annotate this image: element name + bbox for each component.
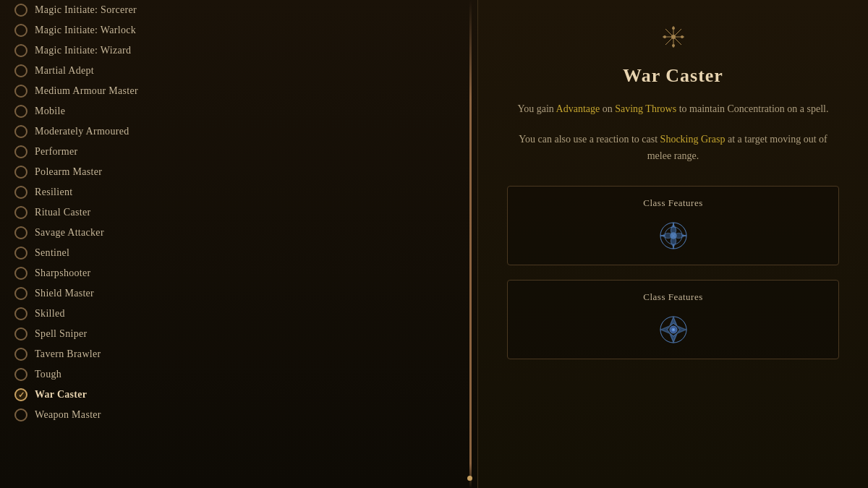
desc1-saving: Saving Throws [615,103,676,114]
feat-item-sharpshooter[interactable]: Sharpshooter [14,263,456,283]
class-feature-icon-2 [655,312,692,348]
feat-detail-panel: War Caster You gain Advantage on Saving … [477,0,868,488]
feat-item-magic-initiate-sorcerer[interactable]: Magic Initiate: Sorcerer [14,0,456,20]
svg-point-8 [681,35,684,38]
feat-radio-magic-initiate-warlock [14,24,27,37]
feat-list-panel: Magic Initiate: SorcererMagic Initiate: … [0,0,477,488]
class-feature-box-1[interactable]: Class Features [507,186,839,265]
class-feature-label-2: Class Features [643,291,702,303]
feat-radio-sentinel [14,247,27,260]
feat-item-resilient[interactable]: Resilient [14,182,456,202]
feat-radio-spell-sniper [14,328,27,341]
feat-name-magic-initiate-warlock: Magic Initiate: Warlock [35,25,136,36]
feat-item-martial-adept[interactable]: Martial Adept [14,61,456,81]
feat-name-resilient: Resilient [35,187,72,198]
feat-radio-polearm-master [14,166,27,179]
feat-list: Magic Initiate: SorcererMagic Initiate: … [0,0,477,425]
feat-item-mobile[interactable]: Mobile [14,101,456,121]
feat-item-polearm-master[interactable]: Polearm Master [14,162,456,182]
feat-item-tavern-brawler[interactable]: Tavern Brawler [14,344,456,364]
svg-point-11 [671,233,676,239]
feat-radio-tavern-brawler [14,348,27,361]
scrollbar-thumb[interactable] [467,476,472,481]
svg-point-6 [672,44,675,47]
feat-radio-tough [14,368,27,381]
feat-radio-resilient [14,186,27,199]
feat-radio-martial-adept [14,64,27,77]
svg-point-4 [671,35,676,39]
feat-radio-magic-initiate-sorcerer [14,4,27,17]
feat-item-war-caster[interactable]: War Caster [14,385,456,405]
feat-name-performer: Performer [35,146,77,158]
feat-name-ritual-caster: Ritual Caster [35,207,90,218]
desc1-mid: on [600,103,615,114]
desc1-before: You gain [518,103,556,114]
feat-name-martial-adept: Martial Adept [35,65,94,77]
feat-radio-ritual-caster [14,206,27,219]
class-feature-box-2[interactable]: Class Features [507,280,839,359]
feat-radio-medium-armour-master [14,85,27,98]
feat-name-sharpshooter: Sharpshooter [35,267,90,279]
feat-radio-moderately-armoured [14,125,27,138]
feat-name-shield-master: Shield Master [35,288,94,299]
feat-name-spell-sniper: Spell Sniper [35,328,87,340]
feat-name-skilled: Skilled [35,308,65,320]
detail-title: War Caster [623,65,723,87]
feat-name-polearm-master: Polearm Master [35,166,102,178]
class-feature-icon-1 [655,218,692,254]
desc1-after: to maintain Concentration on a spell. [676,103,828,114]
svg-point-5 [672,27,675,30]
desc2-before: You can also use a reaction to cast [519,134,660,145]
feat-name-savage-attacker: Savage Attacker [35,227,104,239]
feat-item-spell-sniper[interactable]: Spell Sniper [14,324,456,344]
feat-name-mobile: Mobile [35,106,65,117]
feat-item-savage-attacker[interactable]: Savage Attacker [14,223,456,243]
feat-radio-weapon-master [14,408,27,421]
detail-description-1: You gain Advantage on Saving Throws to m… [518,101,829,117]
feat-name-medium-armour-master: Medium Armour Master [35,85,138,97]
feat-name-magic-initiate-sorcerer: Magic Initiate: Sorcerer [35,4,137,16]
feat-name-magic-initiate-wizard: Magic Initiate: Wizard [35,45,131,56]
feat-item-weapon-master[interactable]: Weapon Master [14,405,456,425]
desc2-spell: Shocking Grasp [660,134,726,145]
feat-radio-mobile [14,105,27,118]
feat-item-shield-master[interactable]: Shield Master [14,283,456,304]
feat-item-sentinel[interactable]: Sentinel [14,243,456,263]
feat-radio-savage-attacker [14,226,27,239]
feat-item-skilled[interactable]: Skilled [14,304,456,324]
feat-item-magic-initiate-warlock[interactable]: Magic Initiate: Warlock [14,20,456,40]
feat-item-magic-initiate-wizard[interactable]: Magic Initiate: Wizard [14,40,456,61]
feat-name-sentinel: Sentinel [35,247,69,259]
feat-name-weapon-master: Weapon Master [35,409,101,421]
feat-radio-sharpshooter [14,267,27,280]
class-feature-label-1: Class Features [643,197,702,209]
feat-name-tough: Tough [35,369,61,380]
desc1-advantage: Advantage [556,103,600,114]
feat-item-performer[interactable]: Performer [14,142,456,162]
detail-description-2: You can also use a reaction to cast Shoc… [507,132,839,164]
feat-item-moderately-armoured[interactable]: Moderately Armoured [14,121,456,142]
feat-radio-magic-initiate-wizard [14,44,27,57]
feat-name-tavern-brawler: Tavern Brawler [35,348,101,360]
svg-point-18 [672,328,675,331]
feat-name-moderately-armoured: Moderately Armoured [35,126,129,137]
detail-deco-icon [655,22,692,58]
feat-radio-skilled [14,307,27,320]
feat-radio-war-caster [14,388,27,401]
scrollbar-track[interactable] [469,0,472,488]
feat-radio-performer [14,145,27,158]
feat-item-ritual-caster[interactable]: Ritual Caster [14,202,456,223]
feat-name-war-caster: War Caster [35,389,87,401]
svg-point-7 [663,35,666,38]
feat-radio-shield-master [14,287,27,300]
feat-item-tough[interactable]: Tough [14,364,456,385]
feat-item-medium-armour-master[interactable]: Medium Armour Master [14,81,456,101]
